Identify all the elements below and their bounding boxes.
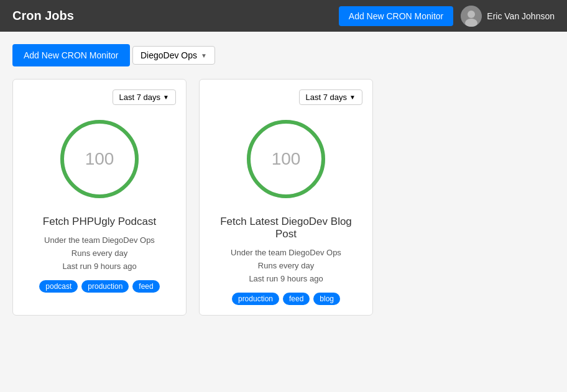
chevron-down-icon: ▼ — [349, 94, 356, 101]
tag[interactable]: production — [232, 293, 279, 305]
last-days-dropdown[interactable]: Last 7 days ▼ — [299, 89, 362, 105]
tags-container: productionfeedblog — [210, 293, 362, 305]
main-content: Add New CRON Monitor DiegoDev Ops ▼ Last… — [0, 32, 567, 328]
chevron-down-icon: ▼ — [201, 52, 207, 59]
tag[interactable]: feed — [132, 280, 159, 293]
meta-runs: Runs every day — [71, 248, 127, 258]
card-meta: Under the team DiegoDev Ops Runs every d… — [23, 234, 176, 273]
team-dropdown[interactable]: DiegoDev Ops ▼ — [132, 46, 215, 65]
cron-job-card: Last 7 days ▼ 100 Fetch PHPUgly Podcast … — [12, 79, 187, 316]
meta-last-run: Last run 9 hours ago — [249, 274, 323, 283]
header: Cron Jobs Add New CRON Monitor Eric Van … — [0, 0, 567, 32]
card-title: Fetch Latest DiegoDev Blog Post — [210, 216, 362, 240]
meta-runs: Runs every day — [258, 261, 314, 270]
tag[interactable]: production — [81, 280, 129, 293]
card-meta: Under the team DiegoDev Ops Runs every d… — [210, 247, 362, 285]
chevron-down-icon: ▼ — [163, 94, 169, 101]
circle-chart-container: 100 — [23, 112, 176, 206]
page-title: Cron Jobs — [12, 9, 74, 23]
team-dropdown-label: DiegoDev Ops — [141, 50, 197, 60]
svg-point-1 — [468, 11, 475, 18]
score-circle: 100 — [239, 112, 333, 206]
tags-container: podcastproductionfeed — [23, 280, 176, 293]
cards-grid: Last 7 days ▼ 100 Fetch PHPUgly Podcast … — [12, 79, 555, 316]
add-cron-monitor-main-button[interactable]: Add New CRON Monitor — [12, 44, 130, 66]
card-title: Fetch PHPUgly Podcast — [23, 216, 176, 228]
circle-chart-container: 100 — [210, 112, 362, 206]
meta-team: Under the team DiegoDev Ops — [231, 248, 341, 257]
add-cron-monitor-header-button[interactable]: Add New CRON Monitor — [339, 6, 454, 26]
tag[interactable]: feed — [283, 293, 310, 305]
score-value: 100 — [85, 149, 114, 169]
header-right: Add New CRON Monitor Eric Van Johnson — [339, 6, 555, 27]
tag[interactable]: blog — [313, 293, 340, 305]
score-circle: 100 — [53, 112, 146, 206]
last-days-label: Last 7 days — [119, 93, 161, 102]
user-info: Eric Van Johnson — [461, 6, 555, 27]
avatar — [461, 6, 482, 27]
tag[interactable]: podcast — [39, 280, 78, 293]
card-header: Last 7 days ▼ — [210, 89, 362, 105]
last-days-dropdown[interactable]: Last 7 days ▼ — [113, 89, 176, 105]
cron-job-card: Last 7 days ▼ 100 Fetch Latest DiegoDev … — [199, 79, 373, 316]
user-name: Eric Van Johnson — [487, 11, 555, 21]
score-value: 100 — [272, 149, 301, 169]
last-days-label: Last 7 days — [306, 93, 348, 102]
card-header: Last 7 days ▼ — [23, 89, 176, 105]
avatar-icon — [461, 6, 482, 27]
meta-last-run: Last run 9 hours ago — [62, 262, 136, 271]
meta-team: Under the team DiegoDev Ops — [44, 235, 155, 245]
